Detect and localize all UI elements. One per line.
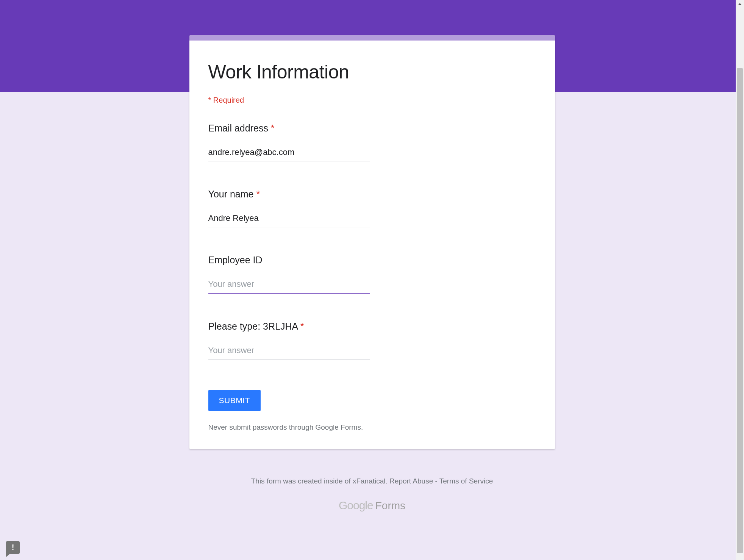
name-label: Your name * [208,189,536,200]
email-label-text: Email address [208,123,268,133]
required-asterisk-icon: * [256,189,260,199]
report-abuse-link[interactable]: Report Abuse [389,477,433,485]
form-card: Work Information * Required Email addres… [189,35,555,449]
captcha-label: Please type: 3RLJHA * [208,321,536,332]
question-name: Your name * [208,189,536,227]
question-employee-id: Employee ID [208,255,536,294]
question-captcha: Please type: 3RLJHA * [208,321,536,360]
required-note: * Required [208,96,536,123]
google-forms-logo[interactable]: Google Forms [0,499,744,512]
email-input[interactable] [208,146,370,161]
required-asterisk-icon: * [271,123,275,133]
employee-id-input[interactable] [208,278,370,294]
google-logo-text: Google [339,499,373,512]
password-warning: Never submit passwords through Google Fo… [208,423,536,432]
feedback-icon[interactable]: ! [6,541,20,554]
required-asterisk-icon: * [300,321,304,332]
footer-separator: - [433,477,439,485]
name-input[interactable] [208,212,370,227]
footer: This form was created inside of xFanatic… [0,477,744,512]
name-label-text: Your name [208,189,254,199]
exclamation-icon: ! [12,543,14,551]
captcha-input[interactable] [208,344,370,360]
terms-link[interactable]: Terms of Service [439,477,493,485]
submit-button[interactable]: SUBMIT [208,390,261,411]
employee-id-label-text: Employee ID [208,255,263,265]
email-label: Email address * [208,123,536,134]
captcha-label-text: Please type: 3RLJHA [208,321,298,332]
form-title: Work Information [208,41,536,96]
forms-logo-text: Forms [375,500,405,512]
employee-id-label: Employee ID [208,255,536,266]
footer-disclaimer: This form was created inside of xFanatic… [0,477,744,485]
question-email: Email address * [208,123,536,161]
footer-created-text: This form was created inside of xFanatic… [251,477,389,485]
